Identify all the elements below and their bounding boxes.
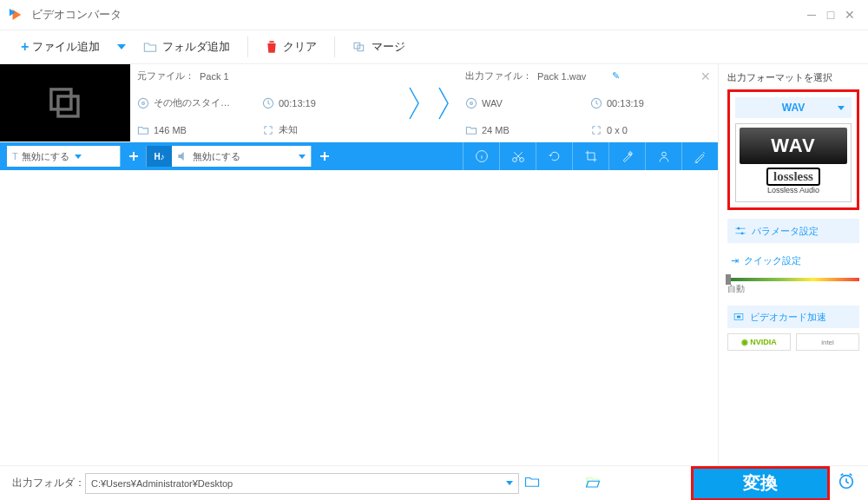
output-format-panel: 出力フォーマットを選択 WAV WAV lossless Lossless Au… bbox=[719, 64, 868, 465]
dst-size: 24 MB bbox=[482, 125, 510, 135]
src-size: 146 MB bbox=[154, 125, 187, 135]
slider-knob[interactable] bbox=[726, 274, 731, 285]
thumbnail bbox=[0, 64, 130, 141]
add-subtitle-button[interactable] bbox=[120, 146, 146, 167]
merge-icon bbox=[352, 41, 366, 53]
dst-file-name: Pack 1.wav bbox=[537, 71, 586, 82]
format-value: WAV bbox=[782, 102, 805, 114]
add-folder-label: フォルダ追加 bbox=[162, 39, 230, 55]
plus-icon: + bbox=[21, 39, 29, 55]
app-logo-icon bbox=[9, 7, 24, 23]
arrow-right-icon bbox=[437, 86, 450, 121]
convert-label: 変換 bbox=[743, 471, 778, 495]
convert-button[interactable]: 変換 bbox=[691, 466, 830, 501]
window-title: ビデオコンバータ bbox=[31, 7, 122, 23]
remove-item-button[interactable]: ✕ bbox=[700, 69, 711, 83]
close-button[interactable]: ✕ bbox=[840, 8, 859, 22]
gpu-brands: ◉NVIDIA intel bbox=[727, 333, 859, 351]
src-file-name: Pack 1 bbox=[200, 71, 229, 82]
svg-point-4 bbox=[138, 98, 148, 108]
resolution-icon bbox=[590, 124, 602, 136]
file-item[interactable]: 元ファイル：Pack 1 その他のスタイ… 00:13:19 146 MB 未知… bbox=[0, 64, 718, 142]
dst-res: 0 x 0 bbox=[607, 125, 628, 135]
sliders-icon bbox=[734, 226, 746, 236]
quick-settings-button[interactable]: ⇥ クイック設定 bbox=[727, 250, 859, 271]
output-folder-dropdown[interactable]: C:¥Users¥Administrator¥Desktop bbox=[85, 473, 519, 494]
clear-button[interactable]: クリア bbox=[253, 30, 329, 63]
gpu-label: ビデオカード加速 bbox=[750, 311, 826, 324]
svg-point-15 bbox=[741, 232, 744, 234]
add-file-button[interactable]: + ファイル追加 bbox=[9, 30, 112, 63]
output-folder-path: C:¥Users¥Administrator¥Desktop bbox=[91, 478, 233, 489]
src-res: 未知 bbox=[279, 123, 298, 136]
effects-button[interactable] bbox=[608, 142, 645, 170]
main-toolbar: + ファイル追加 フォルダ追加 クリア マージ bbox=[0, 30, 868, 64]
crop-button[interactable] bbox=[572, 142, 608, 170]
dst-file-label: 出力ファイル： bbox=[465, 69, 532, 82]
svg-rect-3 bbox=[58, 95, 78, 115]
trim-button[interactable] bbox=[499, 142, 536, 170]
audio-track-dropdown[interactable]: 無効にする bbox=[172, 146, 311, 167]
svg-rect-2 bbox=[51, 89, 71, 109]
info-button[interactable] bbox=[463, 142, 499, 170]
clear-label: クリア bbox=[283, 39, 317, 55]
minimize-button[interactable]: ─ bbox=[802, 8, 821, 22]
add-audio-button[interactable] bbox=[311, 146, 337, 167]
subtitle-dropdown[interactable]: T 無効にする bbox=[7, 146, 120, 167]
chevron-down-icon bbox=[838, 106, 845, 110]
dst-format: WAV bbox=[482, 98, 503, 109]
add-folder-button[interactable]: フォルダ追加 bbox=[131, 30, 242, 63]
schedule-button[interactable] bbox=[837, 471, 856, 495]
add-file-label: ファイル追加 bbox=[32, 39, 100, 55]
quality-slider[interactable] bbox=[727, 278, 859, 281]
hd-button[interactable]: H♪ bbox=[146, 146, 172, 167]
nvidia-badge[interactable]: ◉NVIDIA bbox=[727, 333, 791, 351]
watermark-button[interactable] bbox=[645, 142, 681, 170]
format-dropdown[interactable]: WAV bbox=[735, 97, 852, 118]
chevron-down-icon bbox=[506, 481, 513, 485]
footer-bar: 出力フォルダ： C:¥Users¥Administrator¥Desktop 変… bbox=[0, 465, 868, 500]
title-bar: ビデオコンバータ ─ □ ✕ bbox=[0, 0, 868, 30]
svg-rect-0 bbox=[354, 43, 360, 49]
folder-small-icon bbox=[137, 124, 149, 136]
parameter-settings-button[interactable]: パラメータ設定 bbox=[727, 219, 859, 243]
dst-duration: 00:13:19 bbox=[607, 98, 644, 109]
param-label: パラメータ設定 bbox=[752, 225, 819, 238]
output-folder-label: 出力フォルダ： bbox=[12, 476, 85, 490]
open-folder-button[interactable] bbox=[580, 475, 606, 491]
resolution-icon bbox=[262, 124, 274, 136]
format-heading: 出力フォーマットを選択 bbox=[727, 71, 859, 84]
src-duration: 00:13:19 bbox=[279, 98, 316, 109]
gpu-accel-button[interactable]: ビデオカード加速 bbox=[727, 306, 859, 328]
clock-icon bbox=[262, 97, 274, 109]
svg-point-14 bbox=[738, 227, 740, 230]
edit-all-button[interactable] bbox=[681, 142, 718, 170]
svg-point-8 bbox=[470, 102, 473, 105]
svg-point-13 bbox=[661, 152, 666, 156]
src-file-label: 元ファイル： bbox=[137, 69, 194, 82]
arrow-right-icon bbox=[408, 86, 420, 121]
quick-label: クイック設定 bbox=[744, 254, 801, 267]
maximize-button[interactable]: □ bbox=[821, 8, 840, 22]
browse-folder-button[interactable] bbox=[519, 476, 545, 490]
svg-rect-17 bbox=[737, 316, 740, 319]
disc-icon bbox=[137, 97, 149, 109]
svg-point-5 bbox=[142, 102, 145, 104]
svg-point-7 bbox=[466, 98, 476, 108]
audio-label: 無効にする bbox=[193, 150, 240, 163]
speaker-icon bbox=[177, 151, 189, 161]
format-selector-box: WAV WAV lossless Lossless Audio bbox=[727, 89, 859, 210]
folder-icon bbox=[143, 41, 157, 53]
format-card[interactable]: WAV lossless Lossless Audio bbox=[735, 123, 852, 202]
svg-rect-1 bbox=[358, 45, 364, 51]
folder-small-icon bbox=[465, 124, 477, 136]
add-file-dropdown-caret[interactable] bbox=[117, 44, 126, 49]
slider-label: 自動 bbox=[727, 283, 859, 295]
format-card-title: WAV bbox=[740, 128, 847, 164]
intel-badge[interactable]: intel bbox=[796, 333, 859, 351]
merge-button[interactable]: マージ bbox=[340, 30, 418, 63]
chip-icon bbox=[733, 312, 745, 322]
subtitle-label: 無効にする bbox=[22, 150, 69, 163]
rotate-button[interactable] bbox=[536, 142, 572, 170]
edit-name-icon[interactable]: ✎ bbox=[612, 70, 620, 82]
